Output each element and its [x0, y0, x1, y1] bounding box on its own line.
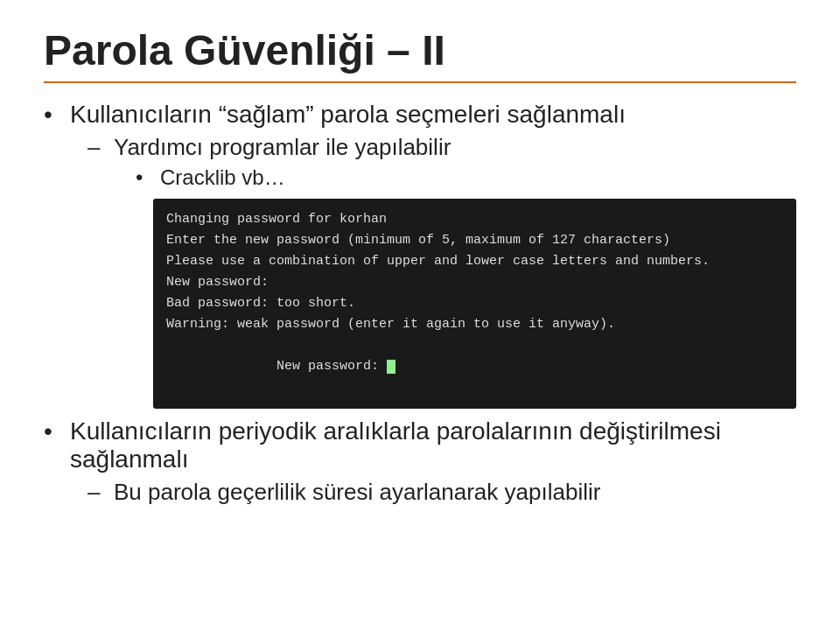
sub-sub-list-1: Cracklib vb… — [136, 165, 796, 190]
list-item-2: Kullanıcıların periyodik aralıklarla par… — [44, 417, 796, 506]
sub-list-item-1: Yardımcı programlar ile yapılabilir Crac… — [88, 134, 796, 409]
terminal-line-7: New password: — [166, 335, 783, 398]
list-item-2-text: Kullanıcıların periyodik aralıklarla par… — [70, 417, 721, 473]
list-item-1: Kullanıcıların “sağlam” parola seçmeleri… — [44, 101, 796, 409]
terminal-cursor — [387, 360, 396, 374]
sub-list-1: Yardımcı programlar ile yapılabilir Crac… — [88, 134, 796, 409]
sub-list-2: Bu parola geçerlilik süresi ayarlanarak … — [88, 479, 796, 506]
slide-title: Parola Güvenliği – II — [44, 26, 796, 83]
sub-list-item-2-1-text: Bu parola geçerlilik süresi ayarlanarak … — [114, 479, 600, 505]
terminal-line-5: Bad password: too short. — [166, 293, 783, 314]
sub-sub-list-item-1-text: Cracklib vb… — [160, 165, 285, 189]
terminal-line-6: Warning: weak password (enter it again t… — [166, 314, 783, 335]
terminal-line-1: Changing password for korhan — [166, 209, 783, 230]
sub-sub-list-item-1: Cracklib vb… — [136, 165, 796, 190]
terminal-line-3: Please use a combination of upper and lo… — [166, 251, 783, 272]
sub-list-item-2-1: Bu parola geçerlilik süresi ayarlanarak … — [88, 479, 796, 506]
terminal-line-4: New password: — [166, 272, 783, 293]
slide-content: Parola Güvenliği – II Kullanıcıların “sa… — [0, 0, 840, 541]
list-item-1-text: Kullanıcıların “sağlam” parola seçmeleri… — [70, 101, 626, 128]
sub-list-item-1-text: Yardımcı programlar ile yapılabilir — [114, 134, 451, 160]
terminal-line-2: Enter the new password (minimum of 5, ma… — [166, 230, 783, 251]
terminal-block: Changing password for korhan Enter the n… — [153, 199, 796, 409]
main-list: Kullanıcıların “sağlam” parola seçmeleri… — [44, 101, 796, 506]
